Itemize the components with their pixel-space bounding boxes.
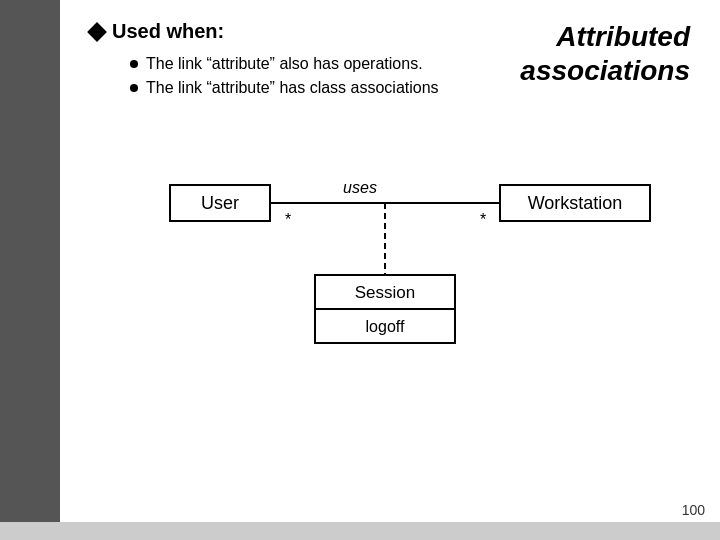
main-content: Attributed associations Used when: The l… bbox=[60, 0, 720, 522]
svg-text:logoff: logoff bbox=[366, 318, 405, 335]
bottom-bar: 100 bbox=[0, 522, 720, 540]
page-number: 100 bbox=[682, 502, 705, 518]
left-sidebar bbox=[0, 0, 60, 540]
title-line2: associations bbox=[520, 54, 690, 88]
bullet-section: Used when: The link “attribute” also has… bbox=[90, 20, 439, 103]
svg-text:uses: uses bbox=[343, 179, 377, 196]
uml-diagram: User Workstation uses * * Session logoff bbox=[160, 155, 660, 415]
svg-text:*: * bbox=[285, 211, 291, 228]
svg-text:Workstation: Workstation bbox=[528, 193, 623, 213]
uml-svg: User Workstation uses * * Session logoff bbox=[160, 155, 660, 415]
sub-bullets: The link “attribute” also has operations… bbox=[130, 55, 439, 97]
bullet-header: Used when: bbox=[90, 20, 439, 43]
sub-bullet-text-1: The link “attribute” also has operations… bbox=[146, 55, 423, 73]
title-area: Attributed associations bbox=[520, 20, 690, 87]
svg-text:*: * bbox=[480, 211, 486, 228]
sub-bullet-text-2: The link “attribute” has class associati… bbox=[146, 79, 439, 97]
bullet-header-text: Used when: bbox=[112, 20, 224, 43]
bullet-diamond-icon bbox=[87, 22, 107, 42]
sub-bullet-dot-2 bbox=[130, 84, 138, 92]
svg-text:User: User bbox=[201, 193, 239, 213]
title-line1: Attributed bbox=[520, 20, 690, 54]
svg-text:Session: Session bbox=[355, 283, 415, 302]
sub-bullet-2: The link “attribute” has class associati… bbox=[130, 79, 439, 97]
sub-bullet-dot-1 bbox=[130, 60, 138, 68]
sub-bullet-1: The link “attribute” also has operations… bbox=[130, 55, 439, 73]
